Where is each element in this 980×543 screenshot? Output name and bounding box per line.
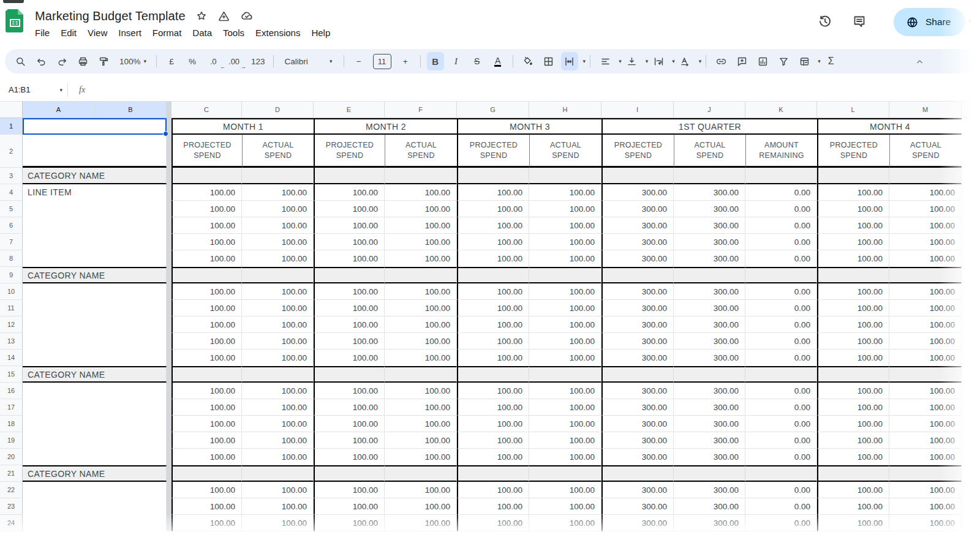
category-cell[interactable] — [242, 267, 314, 283]
category-cell[interactable] — [314, 366, 385, 383]
cell[interactable]: 100.00 — [172, 300, 242, 316]
category-cell[interactable] — [242, 465, 314, 482]
cell[interactable]: 100.00 — [242, 250, 314, 267]
redo-button[interactable] — [53, 52, 70, 70]
text-color-button[interactable]: A — [489, 52, 507, 70]
move-to-folder-icon[interactable] — [217, 10, 230, 23]
cell[interactable]: 100.00 — [817, 250, 889, 267]
cell[interactable]: 100.00 — [172, 432, 242, 449]
cell[interactable]: 100.00 — [314, 498, 385, 515]
cell[interactable]: 100.00 — [889, 498, 962, 515]
vertical-align-button[interactable] — [624, 52, 641, 70]
cell[interactable]: 100.00 — [889, 217, 962, 234]
cell[interactable]: 100.00 — [457, 184, 529, 201]
row-header-8[interactable]: 8 — [0, 250, 23, 267]
category-cell[interactable] — [889, 168, 962, 184]
cell[interactable]: 100.00 — [529, 201, 601, 217]
row-header-1[interactable]: 1 — [0, 118, 23, 135]
cell[interactable]: 100.00 — [817, 316, 889, 333]
vertical-align-caret-icon[interactable]: ▾ — [646, 58, 649, 64]
cell[interactable]: 300.00 — [601, 350, 674, 366]
cell[interactable]: 300.00 — [601, 250, 674, 267]
row-header-15[interactable]: 15 — [0, 366, 23, 383]
cell[interactable]: 100.00 — [817, 383, 889, 399]
category-cell[interactable] — [529, 465, 601, 482]
cell[interactable]: 100.00 — [817, 234, 889, 250]
category-cell[interactable] — [314, 465, 385, 482]
share-button[interactable]: Share — [894, 8, 965, 36]
row-header-24[interactable]: 24 — [0, 515, 23, 531]
category-cell[interactable] — [314, 168, 385, 184]
category-cell[interactable] — [385, 267, 457, 283]
merge-cells-button[interactable] — [561, 52, 578, 70]
row-header-4[interactable]: 4 — [0, 184, 23, 201]
cell[interactable]: 300.00 — [674, 316, 745, 333]
category-cell[interactable] — [817, 267, 889, 283]
cell[interactable]: 100.00 — [457, 350, 529, 366]
cell[interactable]: 300.00 — [674, 201, 745, 217]
cell[interactable]: 100.00 — [889, 399, 962, 416]
horizontal-align-button[interactable] — [597, 52, 614, 70]
cell[interactable]: 300.00 — [674, 432, 745, 449]
category-cell[interactable] — [817, 168, 889, 184]
font-select[interactable]: Calibri▾ — [280, 52, 337, 70]
cell[interactable]: 0.00 — [745, 482, 817, 498]
cell[interactable]: 0.00 — [745, 383, 817, 399]
fill-color-button[interactable] — [519, 52, 537, 70]
category-cell[interactable] — [674, 267, 745, 283]
category-cell[interactable] — [601, 465, 674, 482]
cell[interactable]: 100.00 — [457, 333, 529, 350]
strikethrough-button[interactable]: S — [469, 52, 486, 70]
cell[interactable]: 300.00 — [674, 399, 745, 416]
cell[interactable]: 100.00 — [457, 515, 529, 531]
insert-link-button[interactable] — [712, 52, 729, 70]
cell[interactable]: 100.00 — [817, 449, 889, 465]
cell[interactable]: 100.00 — [529, 234, 601, 250]
cell[interactable]: 100.00 — [457, 250, 529, 267]
cell[interactable]: 100.00 — [172, 217, 242, 234]
cell[interactable]: 0.00 — [745, 250, 817, 267]
cell[interactable]: 0.00 — [745, 449, 817, 465]
name-box-caret-icon[interactable]: ▾ — [59, 87, 62, 93]
cell[interactable]: 300.00 — [601, 482, 674, 498]
cell[interactable]: 100.00 — [817, 184, 889, 201]
cell[interactable]: 100.00 — [457, 316, 529, 333]
row-header-11[interactable]: 11 — [0, 300, 23, 316]
cell[interactable]: 100.00 — [172, 201, 242, 217]
menu-tools[interactable]: Tools — [217, 26, 250, 40]
cell[interactable]: 100.00 — [817, 217, 889, 234]
cell[interactable]: 0.00 — [745, 350, 817, 366]
cell[interactable]: 100.00 — [314, 416, 385, 432]
cell[interactable]: 0.00 — [745, 498, 817, 515]
label-cell-a2b2[interactable] — [23, 135, 167, 168]
cell[interactable]: 100.00 — [314, 515, 385, 531]
cell[interactable]: 100.00 — [314, 300, 385, 316]
cell[interactable]: 100.00 — [172, 498, 242, 515]
row-header-5[interactable]: 5 — [0, 201, 23, 217]
insert-comment-button[interactable] — [733, 52, 750, 70]
more-formats-button[interactable]: 123 — [249, 52, 267, 70]
cell[interactable]: 100.00 — [529, 250, 601, 267]
cell[interactable]: 100.00 — [457, 482, 529, 498]
document-title[interactable]: Marketing Budget Template — [35, 9, 186, 23]
cell[interactable]: 100.00 — [457, 416, 529, 432]
increase-decimal-button[interactable]: .00→ — [225, 52, 243, 70]
category-cell[interactable] — [529, 366, 601, 383]
search-menus-button[interactable] — [12, 52, 29, 70]
cell[interactable]: 100.00 — [889, 482, 962, 498]
row-header-23[interactable]: 23 — [0, 498, 23, 515]
cell[interactable]: 100.00 — [457, 399, 529, 416]
cell[interactable]: 100.00 — [314, 482, 385, 498]
category-cell[interactable] — [172, 168, 242, 184]
row-header-16[interactable]: 16 — [0, 383, 23, 399]
cell[interactable]: 100.00 — [242, 316, 314, 333]
cell[interactable]: 300.00 — [674, 184, 745, 201]
category-cell[interactable] — [457, 366, 529, 383]
column-header-B[interactable]: B — [95, 102, 167, 118]
category-cell[interactable] — [529, 168, 601, 184]
column-header-D[interactable]: D — [242, 102, 314, 118]
collapse-toolbar-button[interactable] — [911, 52, 928, 70]
cell[interactable]: 100.00 — [889, 515, 962, 531]
cell[interactable]: 100.00 — [817, 350, 889, 366]
text-wrap-caret-icon[interactable]: ▾ — [672, 58, 675, 64]
